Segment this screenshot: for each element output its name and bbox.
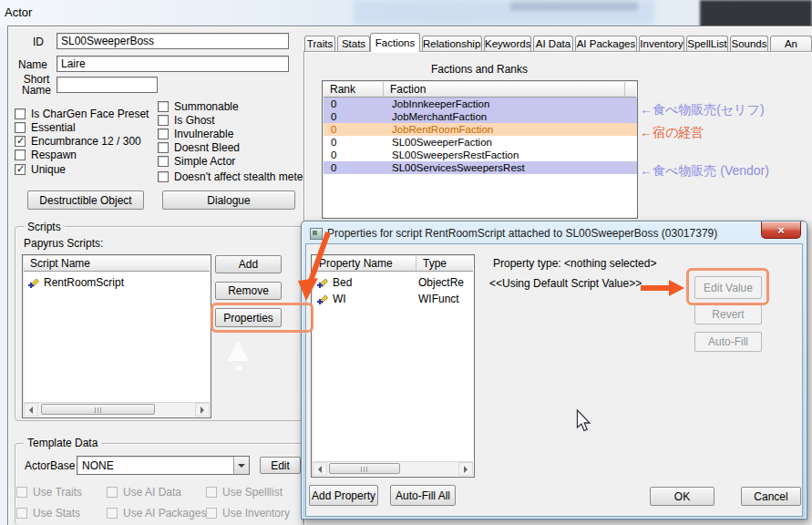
checkbox-respawn[interactable]: Respawn (15, 149, 77, 161)
checkbox-use-traits: Use Traits (16, 486, 82, 499)
scrollbar-thumb[interactable] (41, 404, 155, 415)
checkbox-box[interactable] (15, 122, 26, 133)
annotation-food-vendor: ←食べ物販売 (Vendor) (640, 163, 769, 180)
checkbox-label: Encumbrance 12 / 300 (31, 135, 141, 148)
scroll-right-icon[interactable] (458, 462, 473, 476)
table-row[interactable]: 0 JobInnkeeperFaction (324, 98, 638, 110)
autofill-button[interactable]: Auto-Fill (694, 332, 762, 352)
checkbox-encumbrance[interactable]: Encumbrance 12 / 300 (15, 135, 141, 148)
checkbox-is-chargen-face-preset[interactable]: Is CharGen Face Preset (15, 108, 149, 120)
faction-cell: JobRentRoomFaction (384, 123, 493, 136)
tab-keywords[interactable]: Keywords (484, 36, 531, 51)
checkbox-stealth-meter[interactable]: Doesn't affect stealth meter (158, 170, 306, 183)
checkbox-label: Use Spelllist (222, 486, 283, 499)
column-header-faction[interactable]: Faction (384, 82, 625, 97)
checkbox-box[interactable] (158, 129, 169, 139)
scroll-right-icon[interactable] (195, 403, 210, 417)
actorbase-combobox[interactable]: NONE (77, 456, 250, 475)
highlight-properties-button (211, 303, 313, 333)
column-header-type[interactable]: Type (416, 256, 473, 271)
checkbox-box[interactable] (15, 136, 26, 147)
faction-cell: SL00SweepersRestFaction (384, 149, 519, 161)
papyrus-scripts-list[interactable]: Script Name RentRoomScript (22, 254, 211, 418)
scripts-list-header: Script Name (24, 256, 210, 272)
scripts-list-hscrollbar[interactable] (24, 402, 210, 417)
property-name: WI (333, 293, 418, 305)
id-label: ID (33, 36, 44, 48)
checkbox-doesnt-bleed[interactable]: Doesnt Bleed (158, 141, 240, 154)
checkbox-box[interactable] (158, 115, 169, 126)
property-type: ObjectRe (418, 276, 474, 289)
scroll-left-icon[interactable] (24, 403, 38, 417)
tab-spelllist[interactable]: SpellList (686, 36, 728, 51)
actorbase-edit-button[interactable]: Edit (260, 457, 301, 474)
checkbox-box[interactable] (158, 101, 169, 112)
table-row[interactable]: 0 SL00SweeperFaction (324, 136, 638, 149)
checkbox-invulnerable[interactable]: Invulnerable (158, 128, 233, 140)
faction-cell: JobMerchantFaction (384, 110, 487, 123)
checkbox-box (107, 487, 118, 498)
tab-factions[interactable]: Factions (370, 33, 420, 52)
checkbox-use-ai-packages: Use AI Packages (107, 507, 206, 520)
ok-button[interactable]: OK (650, 487, 714, 506)
table-row[interactable]: 0 SL00SweepersRestFaction (324, 149, 638, 161)
tab-ai-packages[interactable]: AI Packages (575, 36, 637, 51)
checkbox-box[interactable] (15, 149, 26, 160)
tab-traits[interactable]: Traits (304, 36, 335, 51)
window-title: Actor (5, 5, 32, 19)
checkbox-box[interactable] (15, 108, 26, 119)
remove-script-button[interactable]: Remove (215, 282, 282, 300)
column-header-script-name[interactable]: Script Name (24, 256, 210, 271)
checkbox-label: Is Ghost (174, 114, 215, 127)
checkbox-box[interactable] (158, 142, 169, 153)
tab-ai-data[interactable]: AI Data (533, 36, 573, 51)
cancel-button[interactable]: Cancel (741, 487, 801, 506)
table-row[interactable]: 0 JobMerchantFaction (324, 110, 638, 123)
checkbox-label: Use AI Data (123, 486, 181, 499)
scrollbar-thumb[interactable] (329, 463, 400, 474)
table-row[interactable]: 0 SL00ServicesSweepersRest (324, 161, 638, 174)
faction-cell: SL00ServicesSweepersRest (384, 161, 525, 174)
list-item-rentroomscript[interactable]: RentRoomScript (24, 274, 206, 291)
desktop-background (0, 0, 812, 27)
short-name-label: Short Name (20, 74, 53, 96)
revert-button[interactable]: Revert (694, 304, 762, 324)
name-input[interactable] (57, 56, 289, 72)
tab-stats[interactable]: Stats (337, 36, 370, 51)
checkbox-box[interactable] (158, 171, 169, 182)
dialogue-button[interactable]: Dialogue (162, 190, 295, 210)
close-icon[interactable]: × (761, 221, 801, 239)
checkbox-box (16, 487, 27, 498)
tab-sounds[interactable]: Sounds (730, 36, 768, 51)
column-header-rank[interactable]: Rank (324, 82, 384, 97)
white-up-arrow (227, 341, 249, 361)
checkbox-use-ai-data: Use AI Data (107, 486, 181, 499)
scrollbar-track[interactable] (327, 462, 458, 476)
checkbox-essential[interactable]: Essential (15, 121, 76, 134)
add-script-button[interactable]: Add (215, 255, 282, 273)
factions-table[interactable]: Rank Faction 0 JobInnkeeperFaction 0 Job… (322, 80, 638, 219)
tab-animation[interactable]: An (770, 36, 812, 51)
scrollbar-track[interactable] (38, 403, 195, 417)
autofill-all-button[interactable]: Auto-Fill All (390, 485, 456, 506)
scripts-group-legend: Scripts (24, 221, 65, 233)
destructible-object-button[interactable]: Destructible Object (27, 190, 144, 210)
checkbox-unique[interactable]: Unique (15, 163, 66, 176)
checkbox-box[interactable] (15, 164, 26, 175)
add-property-button[interactable]: Add Property (309, 485, 378, 506)
property-list-hscrollbar[interactable] (313, 461, 473, 476)
tab-relationships[interactable]: Relationships (422, 36, 482, 51)
table-row[interactable]: 0 JobRentRoomFaction (324, 123, 638, 136)
rank-cell: 0 (324, 110, 384, 123)
short-name-input[interactable] (57, 77, 158, 93)
scroll-left-icon[interactable] (313, 462, 327, 476)
checkbox-summonable[interactable]: Summonable (158, 100, 239, 113)
dialog-title: Properties for script RentRoomScript att… (327, 227, 717, 240)
checkbox-label: Use Inventory (222, 507, 290, 520)
checkbox-simple-actor[interactable]: Simple Actor (158, 155, 235, 168)
checkbox-box[interactable] (158, 156, 169, 167)
id-input[interactable] (57, 33, 289, 49)
checkbox-is-ghost[interactable]: Is Ghost (158, 114, 215, 127)
tab-inventory[interactable]: Inventory (639, 36, 684, 51)
chevron-down-icon[interactable] (233, 457, 249, 474)
